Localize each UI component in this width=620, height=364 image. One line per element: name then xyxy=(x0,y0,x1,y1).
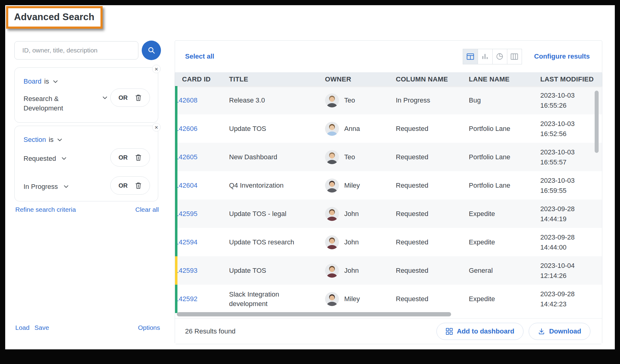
options-link[interactable]: Options xyxy=(138,324,160,331)
or-connector[interactable]: OR xyxy=(110,148,150,167)
card-owner: John xyxy=(325,264,396,278)
filter-field-selector[interactable]: Section is xyxy=(24,136,62,144)
table-header-row: CARD ID TITLE OWNER COLUMN NAME LANE NAM… xyxy=(175,72,602,86)
card-owner: Teo xyxy=(325,93,396,107)
vertical-scrollbar[interactable] xyxy=(595,91,599,153)
select-all-link[interactable]: Select all xyxy=(185,52,214,60)
avatar xyxy=(325,178,339,193)
card-title: Update TOS xyxy=(229,124,321,133)
owner-name: Miley xyxy=(344,182,360,189)
card-id-link[interactable]: 142606 xyxy=(175,125,197,132)
column-header-owner: OWNER xyxy=(325,75,396,83)
close-icon[interactable]: ✕ xyxy=(152,65,161,73)
horizontal-scrollbar[interactable] xyxy=(177,312,451,316)
filter-value-dropdown[interactable]: Requested xyxy=(24,154,66,163)
page-title-highlight: Advanced Search xyxy=(6,6,103,29)
trash-icon xyxy=(135,154,142,161)
filter-field-selector[interactable]: Board is xyxy=(24,77,58,85)
filter-card-board: ✕ Board is Research & Development OR xyxy=(14,67,158,123)
card-id-link[interactable]: 142608 xyxy=(175,96,197,104)
table-view-button[interactable] xyxy=(463,49,478,64)
card-id-link[interactable]: 142592 xyxy=(175,295,197,303)
card-title: Release 3.0 xyxy=(229,96,321,105)
bar-chart-view-button[interactable] xyxy=(478,49,492,64)
filter-value-label: Research & Development xyxy=(24,94,91,113)
owner-name: Anna xyxy=(344,125,360,133)
search-button[interactable] xyxy=(142,41,161,60)
card-title: New Dashboard xyxy=(229,152,321,162)
results-toolbar: Select all Configure result xyxy=(175,41,602,72)
card-title: Update TOS research xyxy=(229,237,321,247)
column-view-icon xyxy=(511,53,518,60)
download-icon xyxy=(538,328,545,335)
filter-card-section: ✕ Section is Requested OR In Progress OR xyxy=(14,126,158,201)
column-header-lane-name: LANE NAME xyxy=(469,75,540,83)
filter-value-dropdown[interactable]: In Progress xyxy=(24,182,68,191)
card-color-stripe xyxy=(175,200,177,228)
pie-chart-view-button[interactable] xyxy=(492,49,507,64)
lane-name: Portfolio Lane xyxy=(469,182,540,189)
card-id-link[interactable]: 142594 xyxy=(175,238,197,246)
view-switcher xyxy=(463,49,522,64)
trash-icon xyxy=(135,182,142,189)
card-id-link[interactable]: 142593 xyxy=(175,267,197,274)
lane-name: General xyxy=(469,267,540,275)
card-owner: Teo xyxy=(325,150,396,164)
last-modified: 2023-09-28 14:42:23 xyxy=(540,289,602,309)
filter-operator-label: is xyxy=(44,77,49,85)
card-id-link[interactable]: 142605 xyxy=(175,153,197,161)
last-modified: 2023-10-03 16:55:26 xyxy=(540,90,602,110)
search-input[interactable] xyxy=(14,41,138,59)
table-row: 142592Slack Integration developmentMiley… xyxy=(175,285,602,313)
load-link[interactable]: Load xyxy=(15,324,30,331)
close-icon[interactable]: ✕ xyxy=(152,123,161,132)
configure-results-link[interactable]: Configure results xyxy=(534,52,590,60)
download-button[interactable]: Download xyxy=(529,323,590,340)
lane-name: Portfolio Lane xyxy=(469,153,540,161)
card-owner: Anna xyxy=(325,122,396,136)
delete-filter-value-button[interactable] xyxy=(135,154,142,161)
chevron-down-icon xyxy=(64,185,68,188)
app-window: Advanced Search ✕ Board is Research & De… xyxy=(5,5,615,349)
chevron-down-icon xyxy=(62,157,66,160)
delete-filter-value-button[interactable] xyxy=(135,94,142,101)
card-color-stripe xyxy=(175,143,177,171)
lane-name: Expedite xyxy=(469,210,540,218)
chevron-down-icon xyxy=(57,139,62,141)
or-connector[interactable]: OR xyxy=(110,88,150,107)
card-id-link[interactable]: 142595 xyxy=(175,210,197,218)
column-view-button[interactable] xyxy=(507,49,522,64)
table-view-icon xyxy=(467,53,474,60)
last-modified: 2023-10-03 16:59:55 xyxy=(540,175,602,196)
table-row: 142608Release 3.0TeoIn ProgressBug2023-1… xyxy=(175,86,602,114)
owner-name: Teo xyxy=(344,96,355,104)
add-to-dashboard-button[interactable]: Add to dashboard xyxy=(436,323,523,340)
search-icon xyxy=(147,46,156,55)
card-title: Update TOS - legal xyxy=(229,209,321,218)
delete-filter-value-button[interactable] xyxy=(135,182,142,189)
clear-all-link[interactable]: Clear all xyxy=(135,206,159,213)
column-name: Requested xyxy=(396,295,469,303)
card-color-stripe xyxy=(175,114,177,143)
save-link[interactable]: Save xyxy=(35,324,49,331)
refine-search-criteria-link[interactable]: Refine search criteria xyxy=(15,206,76,213)
card-id-link[interactable]: 142604 xyxy=(175,182,197,189)
lane-name: Portfolio Lane xyxy=(469,125,540,133)
table-row: 142594Update TOS researchJohnRequestedEx… xyxy=(175,228,602,256)
owner-name: John xyxy=(344,267,359,275)
results-footer: 26 Results found Add to dashboard Downlo… xyxy=(175,318,602,344)
avatar xyxy=(325,264,339,278)
column-header-column-name: COLUMN NAME xyxy=(396,75,469,83)
column-name: Requested xyxy=(396,267,469,275)
last-modified: 2023-09-28 14:44:19 xyxy=(540,204,602,224)
filter-value-dropdown[interactable]: Research & Development xyxy=(24,94,91,113)
card-title: Update TOS xyxy=(229,266,321,275)
or-connector[interactable]: OR xyxy=(110,176,150,195)
pie-chart-view-icon xyxy=(496,53,503,60)
or-label: OR xyxy=(119,182,128,189)
lane-name: Expedite xyxy=(469,295,540,303)
column-name: Requested xyxy=(396,210,469,218)
card-color-stripe xyxy=(175,256,177,285)
column-name: Requested xyxy=(396,125,469,133)
owner-name: Miley xyxy=(344,295,360,303)
